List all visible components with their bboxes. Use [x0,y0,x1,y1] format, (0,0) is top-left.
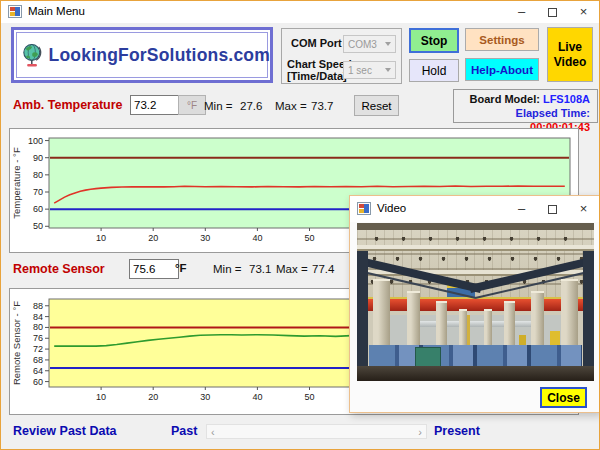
photo-lamps-row [363,236,588,243]
video-feed-image [357,223,594,381]
board-info-box: Board Model: LFS108A Elapsed Time: 00:00… [453,89,598,123]
past-label: Past [171,424,197,438]
svg-text:84: 84 [33,312,43,322]
photo-machinery [369,345,582,367]
svg-text:50: 50 [304,392,314,402]
window-title: Main Menu [28,5,85,17]
svg-text:80: 80 [33,322,43,332]
present-label: Present [434,424,480,438]
video-titlebar: Video – × [350,196,599,222]
help-about-button[interactable]: Help-About [465,58,539,81]
minimize-button[interactable]: – [506,196,537,222]
svg-text:40: 40 [252,233,262,243]
photo-cabinet [415,347,441,367]
svg-text:Temperature - °F: Temperature - °F [11,147,22,219]
video-window: Video – × [349,195,600,413]
globe-icon [21,30,44,80]
main-window: Main Menu – × LookingForSolutions.com CO… [0,0,600,450]
maximize-button[interactable] [537,196,568,222]
svg-text:40: 40 [252,392,262,402]
maximize-icon [548,8,557,17]
svg-text:Remote Sensor - °F: Remote Sensor - °F [11,301,22,385]
svg-text:80: 80 [33,170,43,180]
review-past-data-label: Review Past Data [13,424,117,438]
logo-box: LookingForSolutions.com [11,27,273,83]
remote-unit-label: °F [175,262,187,274]
com-port-value: COM3 [348,39,377,50]
svg-text:10: 10 [96,392,106,402]
chevron-down-icon [385,68,391,72]
photo-top-beam [357,223,594,230]
stop-button[interactable]: Stop [409,28,459,53]
remote-max-value: 77.4 [312,263,334,275]
remote-min-label: Min = [213,263,241,275]
ambient-max-label: Max = [275,100,307,112]
ambient-value-input[interactable] [130,95,180,115]
scroll-left-icon[interactable]: ‹ [211,426,215,438]
svg-text:30: 30 [200,233,210,243]
photo-floor [357,366,594,381]
close-button[interactable]: × [568,196,599,222]
com-port-label: COM Port [291,37,342,49]
ambient-max-value: 73.7 [311,100,333,112]
settings-button[interactable]: Settings [465,28,539,51]
video-close-button[interactable]: Close [540,387,587,408]
com-port-select[interactable]: COM3 [343,35,396,53]
photo-duct [415,321,536,327]
svg-text:20: 20 [148,233,158,243]
svg-text:90: 90 [33,153,43,163]
chart-speed-value: 1 sec [348,65,372,76]
hold-button[interactable]: Hold [409,59,459,82]
scroll-right-icon[interactable]: › [418,426,422,438]
photo-lamps-row [363,256,588,263]
chart-speed-label-2: [Time/Data] [287,70,347,82]
svg-text:60: 60 [33,204,43,214]
history-scrollbar[interactable]: ‹ › [206,424,427,439]
main-titlebar: Main Menu – × [1,1,599,23]
reset-button[interactable]: Reset [354,95,399,116]
svg-text:70: 70 [33,187,43,197]
com-settings-group: COM Port COM3 Chart Speed [Time/Data] 1 … [281,28,402,84]
video-window-title: Video [377,202,406,214]
elapsed-time-label: Elapsed Time: [516,107,590,119]
photo-crane-beam [360,297,591,311]
logo-text: LookingForSolutions.com [49,45,270,66]
chevron-down-icon [385,42,391,46]
ambient-min-label: Min = [204,100,232,112]
photo-edge-column [357,251,368,367]
board-model-value: LFS108A [543,93,590,105]
remote-max-label: Max = [276,263,308,275]
remote-sensor-label: Remote Sensor [13,262,105,276]
svg-text:30: 30 [200,392,210,402]
maximize-icon [548,205,557,214]
close-button[interactable]: × [568,1,599,23]
svg-text:100: 100 [28,136,43,146]
remote-min-value: 73.1 [249,263,271,275]
live-video-button[interactable]: Live Video [547,27,593,82]
photo-roof-beam [357,245,594,251]
remote-value-input[interactable] [129,259,179,279]
ambient-min-value: 27.6 [240,100,262,112]
minimize-button[interactable]: – [506,1,537,23]
ambient-temperature-label: Amb. Temperature [13,98,123,112]
app-icon [357,202,371,215]
chart-speed-select[interactable]: 1 sec [343,61,396,79]
svg-text:50: 50 [304,233,314,243]
app-icon [8,5,22,18]
maximize-button[interactable] [537,1,568,23]
svg-text:64: 64 [33,366,43,376]
svg-text:60: 60 [33,377,43,387]
svg-text:72: 72 [33,344,43,354]
svg-text:20: 20 [148,392,158,402]
svg-text:76: 76 [33,333,43,343]
photo-edge-column [583,251,594,367]
svg-text:50: 50 [33,221,43,231]
svg-text:68: 68 [33,355,43,365]
svg-text:88: 88 [33,301,43,311]
svg-text:10: 10 [96,233,106,243]
ambient-unit-button[interactable]: °F [178,95,206,115]
board-model-label: Board Model: [470,93,540,105]
